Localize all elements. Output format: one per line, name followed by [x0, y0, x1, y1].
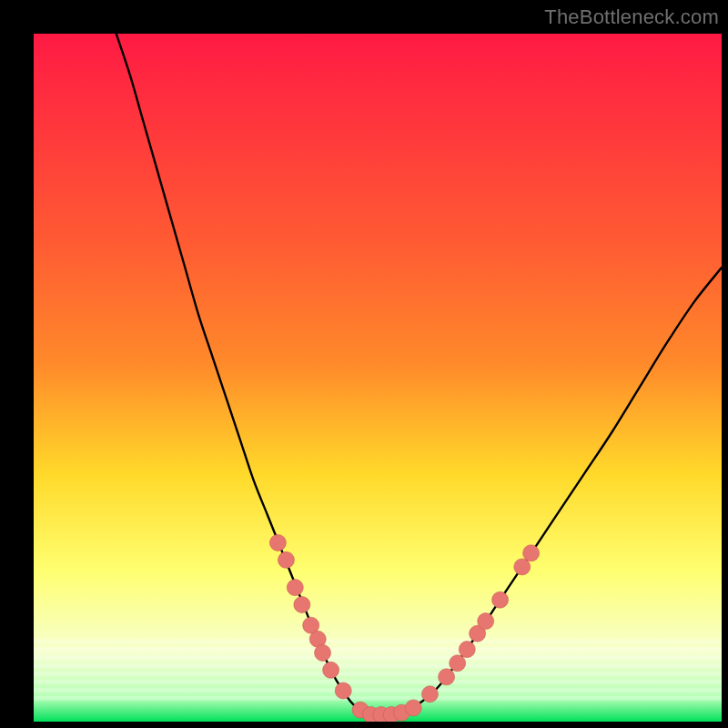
bottleneck-chart: [34, 34, 722, 722]
data-marker: [405, 700, 421, 716]
band: [34, 696, 722, 701]
data-marker: [492, 592, 509, 608]
data-marker: [450, 655, 466, 672]
data-marker: [294, 596, 310, 612]
data-marker: [421, 686, 438, 703]
data-marker: [478, 613, 494, 630]
data-marker: [335, 682, 351, 699]
data-marker: [269, 534, 286, 551]
data-marker: [459, 642, 475, 658]
data-marker: [278, 551, 294, 568]
watermark-text: TheBottleneck.com: [544, 5, 719, 29]
data-marker: [287, 580, 303, 596]
band: [34, 639, 722, 643]
band: [34, 680, 722, 684]
gradient-bg: [34, 34, 722, 722]
data-marker: [323, 662, 339, 678]
band: [34, 647, 722, 652]
plot-area: [34, 34, 722, 722]
band: [34, 663, 722, 668]
band: [34, 655, 722, 660]
band: [34, 672, 722, 676]
data-marker: [315, 644, 331, 661]
data-marker: [523, 545, 540, 561]
outer-frame: TheBottleneck.com: [0, 0, 728, 728]
data-marker: [439, 669, 455, 685]
data-marker: [514, 559, 531, 575]
band: [34, 688, 722, 693]
